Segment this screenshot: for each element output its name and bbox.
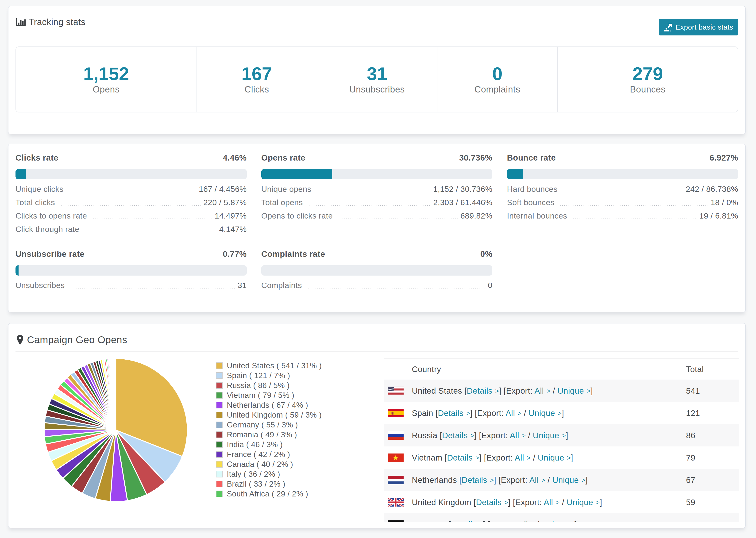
legend-label: Brazil ( 33 / 2% )	[227, 480, 285, 488]
flag-ru-icon	[388, 431, 404, 440]
slash-text: /	[545, 475, 552, 484]
rate-row-label: Unique clicks	[16, 185, 63, 194]
legend-swatch	[216, 471, 223, 477]
summary-stat-clicks: 167Clicks	[196, 47, 317, 112]
export-all-link[interactable]: All >	[506, 408, 521, 418]
flag-vn-icon	[388, 454, 404, 462]
legend-swatch	[216, 431, 223, 438]
progress-bar	[507, 169, 738, 179]
legend-item: Italy ( 36 / 2% )	[216, 469, 322, 479]
rate-row-value: 31	[238, 281, 246, 290]
slash-text: /	[550, 386, 557, 395]
dotted-leader	[561, 205, 708, 206]
summary-stats-row: 1,152Opens167Clicks31Unsubscribes0Compla…	[16, 46, 738, 112]
details-link[interactable]: Details >	[447, 453, 479, 462]
export-basic-stats-button[interactable]: Export basic stats	[659, 19, 738, 35]
rate-row-label: Opens to clicks rate	[261, 211, 333, 220]
legend-swatch	[216, 362, 223, 369]
legend-swatch	[216, 451, 223, 458]
details-link[interactable]: Details >	[451, 520, 483, 522]
export-unique-link[interactable]: Unique >	[541, 520, 574, 522]
flag-us-icon	[388, 387, 404, 395]
country-total: 55	[686, 520, 739, 522]
rate-row: Unsubscribes31	[16, 281, 247, 294]
chevron-right-icon: >	[504, 499, 508, 506]
chevron-right-icon: >	[475, 455, 479, 461]
dotted-leader	[71, 288, 235, 289]
legend-label: Netherlands ( 67 / 4% )	[227, 401, 308, 409]
rate-title: Clicks rate	[16, 153, 58, 163]
legend-item: Netherlands ( 67 / 4% )	[216, 400, 322, 410]
export-unique-link[interactable]: Unique >	[552, 475, 585, 484]
rate-row-label: Total opens	[261, 198, 303, 207]
details-link[interactable]: Details >	[442, 431, 474, 440]
rates-grid-bottom: Unsubscribe rate0.77%Unsubscribes31Compl…	[9, 238, 745, 294]
rate-row: Unique clicks167 / 4.456%	[16, 185, 247, 198]
rate-row: Unique opens1,152 / 30.736%	[261, 185, 493, 198]
dotted-leader	[564, 191, 683, 192]
export-all-link[interactable]: All >	[518, 520, 534, 522]
rate-value: 0.77%	[223, 249, 247, 259]
geo-table-row-ru: Russia [Details >] [Export: All > / Uniq…	[384, 424, 739, 447]
stat-label: Clicks	[244, 84, 269, 95]
rate-row-label: Clicks to opens rate	[16, 211, 87, 220]
chevron-right-icon: >	[490, 477, 494, 484]
total-column-header: Total	[686, 364, 739, 374]
legend-label: Canada ( 40 / 2% )	[227, 460, 293, 469]
details-link[interactable]: Details >	[438, 408, 470, 418]
rate-row-value: 14.497%	[215, 211, 246, 220]
export-all-link[interactable]: All >	[510, 431, 526, 440]
geo-table-row-es: Spain [Details >] [Export: All > / Uniqu…	[384, 402, 739, 424]
country-name: Spain [	[412, 408, 438, 418]
legend-swatch	[216, 441, 223, 448]
legend-item: Canada ( 40 / 2% )	[216, 459, 322, 469]
rate-row: Click through rate4.147%	[16, 225, 247, 238]
export-unique-link[interactable]: Unique >	[538, 453, 571, 462]
chevron-right-icon: >	[547, 388, 550, 395]
legend-item: South Africa ( 29 / 2% )	[216, 489, 322, 499]
rate-title: Bounce rate	[507, 153, 556, 163]
progress-bar-fill	[507, 169, 523, 179]
tracking-stats-card: Tracking stats Export basic stats 1,152O…	[8, 6, 746, 134]
details-link[interactable]: Details >	[461, 475, 494, 484]
chevron-right-icon: >	[522, 432, 526, 439]
chevron-right-icon: >	[596, 499, 600, 506]
legend-item: Vietnam ( 79 / 5% )	[216, 390, 322, 400]
rate-row-value: 0	[488, 281, 492, 290]
rate-row-value: 1,152 / 30.736%	[433, 185, 492, 194]
export-all-link[interactable]: All >	[529, 475, 545, 484]
geo-table-header: CountryTotal	[384, 359, 739, 380]
progress-bar-fill	[261, 169, 333, 179]
rate-panel-unsubscribe-rate: Unsubscribe rate0.77%Unsubscribes31	[16, 249, 247, 294]
country-column-header: Country	[412, 364, 686, 374]
bracket-text: ] [Export:	[483, 520, 518, 522]
progress-bar-fill	[16, 265, 19, 276]
details-link[interactable]: Details >	[476, 498, 508, 507]
stat-value: 0	[492, 63, 503, 84]
export-all-link[interactable]: All >	[544, 498, 560, 507]
details-link[interactable]: Details >	[467, 386, 499, 395]
rate-row: Total opens2,303 / 61.446%	[261, 198, 493, 211]
export-unique-link[interactable]: Unique >	[557, 386, 590, 395]
export-all-link[interactable]: All >	[514, 453, 531, 462]
geo-opens-pie-chart	[44, 358, 188, 502]
rate-row: Hard bounces242 / 86.738%	[507, 185, 738, 198]
bracket-text: ]	[574, 520, 577, 522]
country-total: 67	[686, 475, 739, 485]
summary-stat-opens: 1,152Opens	[16, 47, 196, 112]
progress-bar	[261, 169, 493, 179]
export-icon	[664, 23, 672, 31]
export-unique-link[interactable]: Unique >	[533, 431, 566, 440]
rate-row-label: Unique opens	[261, 185, 311, 194]
dotted-leader	[70, 191, 196, 192]
legend-swatch	[216, 372, 223, 379]
bracket-text: ]	[566, 431, 568, 440]
export-unique-link[interactable]: Unique >	[528, 408, 562, 418]
export-all-link[interactable]: All >	[534, 386, 550, 395]
rate-value: 4.46%	[223, 153, 247, 163]
summary-stat-bounces: 279Bounces	[557, 47, 738, 112]
export-unique-link[interactable]: Unique >	[567, 498, 600, 507]
rate-row-value: 220 / 5.87%	[203, 198, 247, 207]
chevron-right-icon: >	[571, 521, 574, 522]
rate-row-value: 167 / 4.456%	[199, 185, 247, 194]
